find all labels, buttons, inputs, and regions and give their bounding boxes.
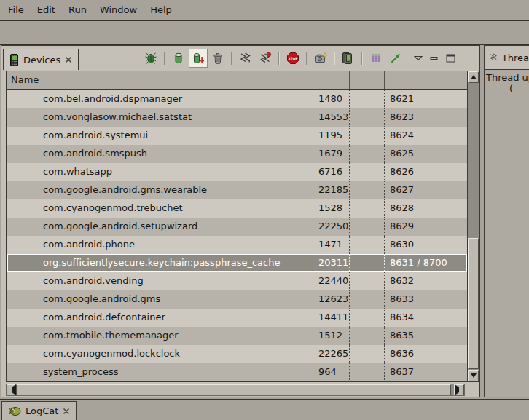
close-icon[interactable]	[65, 56, 72, 63]
name-cell: com.android.systemui	[7, 127, 313, 145]
table-row[interactable]: com.cyanogenmod.trebuchet15288628	[7, 199, 467, 218]
table-row[interactable]: system_process9648637	[7, 363, 467, 381]
threads-message-line1: Thread up	[486, 72, 529, 83]
pid-cell: 1480	[313, 90, 350, 108]
port-cell: 8634	[385, 309, 466, 327]
devices-toolbar: STOP	[142, 49, 456, 68]
name-cell: com.tmobile.thememanager	[7, 327, 313, 345]
tab-devices[interactable]: Devices	[3, 49, 79, 70]
menu-help[interactable]: Help	[144, 2, 179, 17]
stop-process-icon: STOP	[286, 52, 299, 65]
table-row[interactable]: com.whatsapp67168626	[7, 163, 467, 181]
menubar-items: FileEditRunWindowHelp	[1, 2, 179, 17]
threads-panel: Threa Thread up (	[484, 45, 529, 397]
port-cell: 8632	[385, 272, 466, 290]
toolbar-separator	[334, 52, 335, 65]
pid-cell: 6716	[313, 163, 350, 181]
table-row[interactable]: com.android.smspush16798625	[7, 145, 467, 163]
logcat-bar: LogCat	[0, 399, 529, 420]
table-row[interactable]: com.vonglasow.michael.satstat145538623	[7, 108, 467, 127]
table-row[interactable]: com.bel.android.dspmanager14808621	[7, 90, 467, 108]
table-row[interactable]: com.google.android.setupwizard222508629	[7, 218, 467, 236]
cell	[350, 181, 367, 199]
vertical-scrollbar-thumb[interactable]	[468, 238, 479, 369]
column-header-name[interactable]: Name	[7, 71, 313, 89]
port-cell: 8626	[385, 163, 466, 181]
scroll-up-button[interactable]	[468, 71, 479, 83]
table-row[interactable]: com.android.systemui11958624	[7, 127, 467, 145]
name-cell: com.android.vending	[7, 272, 313, 290]
cell	[367, 327, 385, 345]
cell	[350, 145, 367, 163]
update-heap-button[interactable]	[170, 49, 187, 67]
devices-table: Name com.bel.android.dspmanager14808621c…	[6, 71, 479, 382]
name-cell: com.vonglasow.michael.satstat	[7, 108, 313, 127]
cell	[350, 163, 367, 181]
screen-capture-button[interactable]	[312, 49, 329, 67]
view-menu-icon	[414, 55, 423, 61]
cell	[367, 345, 385, 363]
vertical-scrollbar[interactable]	[467, 71, 479, 381]
cell	[367, 363, 385, 381]
device-capture-icon	[341, 52, 356, 65]
cell	[350, 108, 367, 127]
start-method-profiling-button[interactable]	[256, 49, 274, 67]
cause-gc-button[interactable]	[209, 49, 227, 67]
pid-cell: 22185	[313, 181, 350, 199]
view-controls	[412, 49, 456, 67]
table-row[interactable]: com.android.phone14718630	[7, 236, 467, 254]
stop-process-button[interactable]: STOP	[284, 49, 302, 67]
horizontal-scrollbar-thumb[interactable]	[17, 384, 451, 395]
cause-gc-icon	[211, 52, 224, 65]
scroll-left-button[interactable]	[7, 384, 17, 395]
table-row[interactable]: com.cyanogenmod.lockclock222658636	[7, 345, 467, 363]
maximize-button[interactable]	[444, 49, 456, 67]
port-cell: 8621	[385, 90, 466, 108]
column-header-3[interactable]	[367, 71, 385, 89]
close-icon[interactable]	[63, 408, 70, 415]
start-opengl-trace-button[interactable]	[387, 49, 404, 67]
devices-table-main: Name com.bel.android.dspmanager14808621c…	[7, 71, 467, 381]
table-row-selected[interactable]: org.sufficientlysecure.keychain:passphra…	[7, 254, 467, 272]
table-row[interactable]: com.android.vending224408632	[7, 272, 467, 290]
menu-window[interactable]: Window	[93, 2, 144, 17]
ddms-window: FileEditRunWindowHelp Devices	[0, 0, 529, 420]
menu-file[interactable]: File	[1, 2, 31, 17]
horizontal-scrollbar[interactable]	[6, 384, 465, 396]
minimize-button[interactable]	[428, 49, 440, 67]
port-cell: 8624	[385, 127, 466, 145]
tab-logcat[interactable]: LogCat	[1, 401, 77, 420]
table-row[interactable]: com.google.android.gms126238633	[7, 290, 467, 309]
toolbar-separator	[231, 52, 232, 65]
table-row[interactable]: com.tmobile.thememanager15128635	[7, 327, 467, 345]
scroll-down-button[interactable]	[468, 370, 479, 381]
scroll-right-button[interactable]	[454, 384, 464, 395]
systrace-button[interactable]	[367, 49, 385, 67]
dump-hprof-button[interactable]	[189, 49, 207, 67]
table-body: com.bel.android.dspmanager14808621com.vo…	[7, 90, 467, 381]
cell	[367, 290, 385, 309]
table-row[interactable]: com.android.defcontainer144118634	[7, 309, 467, 327]
column-header-1[interactable]	[313, 71, 350, 89]
cell	[367, 145, 385, 163]
cell	[350, 236, 367, 254]
tab-devices-label: Devices	[23, 55, 60, 66]
menu-run[interactable]: Run	[62, 2, 93, 17]
tab-threads-label[interactable]: Threa	[502, 52, 529, 63]
name-cell: com.cyanogenmod.lockclock	[7, 345, 313, 363]
cell	[350, 327, 367, 345]
update-threads-button[interactable]	[237, 49, 254, 67]
menu-edit[interactable]: Edit	[31, 2, 62, 17]
debug-button[interactable]	[142, 49, 160, 67]
devices-tabbar: Devices	[1, 46, 479, 70]
device-capture-button[interactable]	[340, 49, 357, 67]
threads-tabbar: Threa	[485, 46, 529, 70]
column-header-2[interactable]	[350, 71, 367, 89]
column-header-4[interactable]	[385, 71, 466, 89]
port-cell: 8629	[385, 218, 466, 236]
view-menu-button[interactable]	[412, 49, 424, 67]
port-cell: 8625	[385, 145, 466, 163]
cell	[350, 254, 367, 272]
name-cell: system_process	[7, 363, 313, 381]
table-row[interactable]: com.google.android.gms.wearable221858627	[7, 181, 467, 199]
